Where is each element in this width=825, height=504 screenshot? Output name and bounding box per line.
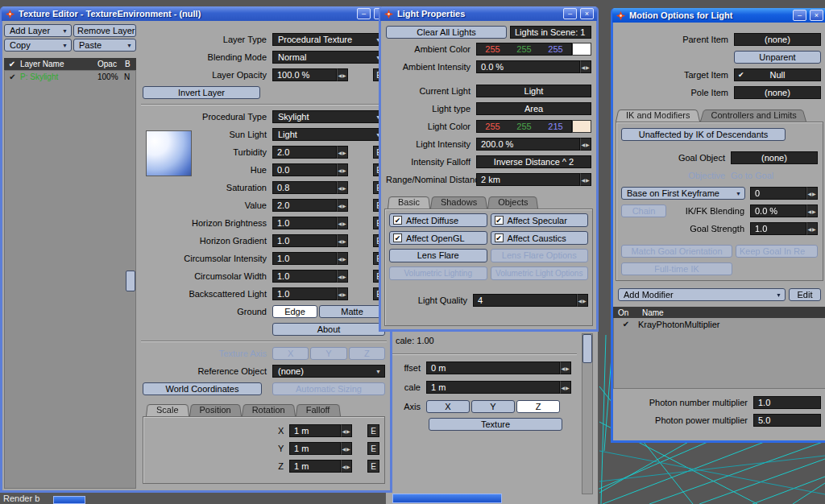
world-coordinates-button[interactable]: World Coordinates <box>143 382 262 395</box>
scale-y-field[interactable]: 1 m <box>289 442 341 455</box>
tab-position[interactable]: Position <box>189 403 242 416</box>
stepper-icon[interactable]: ◀▶ <box>580 138 591 151</box>
procedural-type-dropdown[interactable]: Skylight ▼ <box>272 110 385 123</box>
stepper-icon[interactable]: ◀▶ <box>341 442 352 455</box>
minimize-button[interactable]: – <box>563 8 577 19</box>
goal-object-dropdown[interactable]: (none) <box>731 151 818 164</box>
pole-item-dropdown[interactable]: (none) <box>734 86 821 99</box>
target-item-dropdown[interactable]: ✔ Null <box>734 68 821 81</box>
stepper-icon[interactable]: ◀▶ <box>560 381 571 394</box>
ambient-color-field[interactable]: 255 255 255 <box>476 43 572 56</box>
add-modifier-dropdown[interactable]: Add Modifier ▼ <box>618 288 786 301</box>
close-button[interactable]: × <box>580 8 594 19</box>
stepper-icon[interactable]: ◀▶ <box>337 68 348 81</box>
rgb-red[interactable]: 255 <box>477 122 508 131</box>
stepper-icon[interactable]: ◀▶ <box>337 146 348 159</box>
modifier-list[interactable]: ✔ KrayPhotonMultiplier <box>613 318 825 389</box>
titlebar[interactable]: Light Properties – × <box>380 6 597 21</box>
affect-diffuse-checkbox[interactable]: ✔ Affect Diffuse <box>389 213 487 227</box>
checkmark-icon[interactable]: ✔ <box>495 233 504 242</box>
intensity-falloff-dropdown[interactable]: Inverse Distance ^ 2 <box>476 155 591 168</box>
rgb-red[interactable]: 255 <box>477 44 508 54</box>
stepper-icon[interactable]: ◀▶ <box>806 222 818 235</box>
stepper-icon[interactable]: ◀▶ <box>806 187 818 200</box>
stepper-icon[interactable]: ◀▶ <box>580 173 591 186</box>
scale-z-field[interactable]: 1 m <box>289 460 341 473</box>
layer-opacity-field[interactable]: 100.0 % <box>272 68 337 81</box>
tab-objects[interactable]: Objects <box>487 196 538 209</box>
titlebar[interactable]: Texture Editor - TextureEnvironment - (n… <box>2 6 391 21</box>
envelope-button[interactable]: E <box>367 460 379 473</box>
titlebar[interactable]: Motion Options for Light – × <box>612 8 825 23</box>
rgb-green[interactable]: 255 <box>508 122 540 131</box>
stepper-icon[interactable]: ◀▶ <box>337 234 348 247</box>
sun-light-dropdown[interactable]: Light ▼ <box>272 128 385 141</box>
clear-all-lights-button[interactable]: Clear All Lights <box>386 26 507 39</box>
ikfk-blending-field[interactable]: 0.0 % <box>750 204 806 217</box>
light-color-swatch[interactable] <box>572 120 591 133</box>
axis-y-button[interactable]: Y <box>471 400 515 413</box>
affect-specular-checkbox[interactable]: ✔ Affect Specular <box>491 213 589 227</box>
stepper-icon[interactable]: ◀▶ <box>337 287 348 300</box>
blending-mode-dropdown[interactable]: Normal ▼ <box>272 51 385 64</box>
light-color-field[interactable]: 255 255 215 <box>476 120 572 133</box>
offset-field[interactable]: 0 m <box>426 361 560 374</box>
stepper-icon[interactable]: ◀▶ <box>580 60 591 73</box>
edit-button[interactable]: Edit <box>789 288 821 301</box>
param-field[interactable]: 1.0 <box>272 287 337 300</box>
param-field[interactable]: 2.0 <box>272 146 337 159</box>
param-field[interactable]: 0.0 <box>272 163 337 176</box>
param-field[interactable]: 1.0 <box>272 270 337 283</box>
tab-basic[interactable]: Basic <box>388 196 430 209</box>
about-button[interactable]: About <box>272 323 385 336</box>
rgb-blue[interactable]: 255 <box>540 44 571 54</box>
param-field[interactable]: 2.0 <box>272 199 337 212</box>
stepper-icon[interactable]: ◀▶ <box>337 217 348 229</box>
checkmark-icon[interactable]: ✔ <box>5 72 20 81</box>
current-light-dropdown[interactable]: Light <box>476 85 591 97</box>
texture-button[interactable]: Texture <box>429 418 562 431</box>
parent-item-dropdown[interactable]: (none) <box>734 33 821 46</box>
ground-edge-button[interactable]: Edge <box>272 305 317 318</box>
stepper-icon[interactable]: ◀▶ <box>337 270 348 283</box>
rgb-blue[interactable]: 215 <box>540 122 571 131</box>
ground-matte-button[interactable]: Matte <box>319 305 385 318</box>
layer-list[interactable]: ✔ P: Skylight 100% N <box>4 70 136 489</box>
tab-shadows[interactable]: Shadows <box>430 196 487 209</box>
tab-ik-and-modifiers[interactable]: IK and Modifiers <box>616 109 700 122</box>
photon-number-field[interactable]: 1.0 <box>753 396 821 409</box>
axis-x-button[interactable]: X <box>426 400 470 413</box>
keyframe-field[interactable]: 0 <box>750 187 806 200</box>
light-quality-field[interactable]: 4 <box>473 294 577 307</box>
ambient-color-swatch[interactable] <box>572 43 591 56</box>
minimize-button[interactable]: – <box>357 8 371 19</box>
stepper-icon[interactable]: ◀▶ <box>341 424 352 437</box>
checkmark-icon[interactable]: ✔ <box>393 216 402 225</box>
unaffected-by-ik-button[interactable]: Unaffected by IK of Descendants <box>621 128 786 141</box>
tab-scale[interactable]: Scale <box>146 403 189 416</box>
scrollbar-thumb[interactable] <box>126 271 135 291</box>
reference-object-dropdown[interactable]: (none) ▼ <box>272 365 385 378</box>
checkmark-icon[interactable]: ✔ <box>495 216 504 225</box>
stepper-icon[interactable]: ◀▶ <box>341 460 352 473</box>
keyframe-base-dropdown[interactable]: Base on First Keyframe ▼ <box>621 187 745 200</box>
remove-layer-button[interactable]: Remove Layer <box>73 24 136 37</box>
stepper-icon[interactable]: ◀▶ <box>337 181 348 194</box>
minimize-button[interactable]: – <box>793 10 806 21</box>
checkmark-icon[interactable]: ✔ <box>393 233 402 242</box>
stepper-icon[interactable]: ◀▶ <box>337 252 348 265</box>
checkmark-icon[interactable]: ✔ <box>614 320 638 328</box>
stepper-icon[interactable]: ◀▶ <box>806 204 818 217</box>
layer-list-row[interactable]: ✔ P: Skylight 100% N <box>5 71 135 82</box>
add-layer-dropdown[interactable]: Add Layer ▼ <box>4 24 72 37</box>
stepper-icon[interactable]: ◀▶ <box>337 199 348 212</box>
paste-dropdown[interactable]: Paste ▼ <box>73 39 136 52</box>
tab-falloff[interactable]: Falloff <box>296 403 341 416</box>
copy-dropdown[interactable]: Copy ▼ <box>4 39 72 52</box>
scale-x-field[interactable]: 1 m <box>289 424 341 437</box>
rgb-green[interactable]: 255 <box>508 44 540 54</box>
invert-layer-button[interactable]: Invert Layer <box>143 86 260 99</box>
envelope-button[interactable]: E <box>367 424 379 437</box>
goal-strength-field[interactable]: 1.0 <box>750 222 806 235</box>
tab-rotation[interactable]: Rotation <box>242 403 296 416</box>
